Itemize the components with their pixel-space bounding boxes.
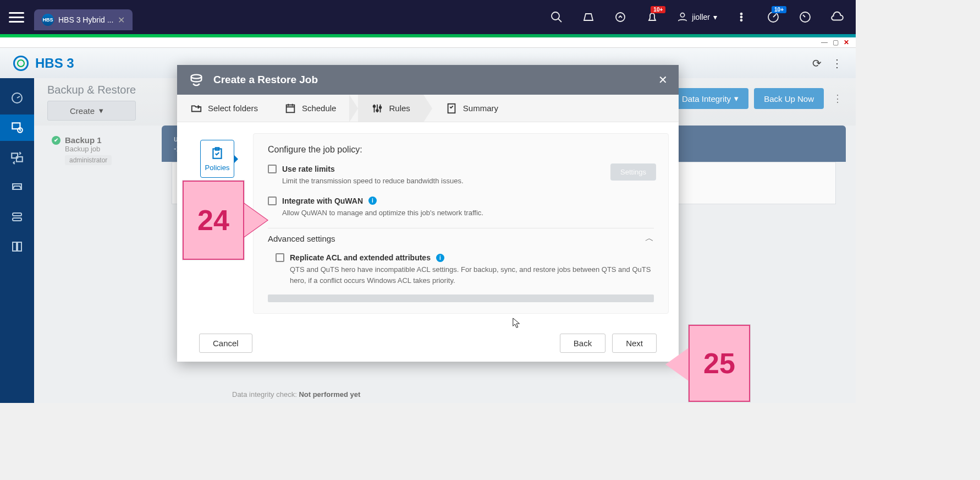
user-caret-icon: ▾ xyxy=(713,13,717,21)
job-type: Backup job xyxy=(65,145,154,153)
acl-checkbox[interactable] xyxy=(276,253,284,262)
cloud-icon[interactable] xyxy=(829,9,845,25)
svg-rect-16 xyxy=(13,218,21,221)
rail-storage[interactable] xyxy=(0,174,34,200)
svg-rect-20 xyxy=(287,105,295,112)
window-tab[interactable]: HBS HBS 3 Hybrid ... ✕ xyxy=(34,9,133,30)
quwan-label: Integrate with QuWAN xyxy=(282,197,363,205)
modal-header: Create a Restore Job ✕ xyxy=(177,65,679,95)
svg-rect-17 xyxy=(13,242,16,251)
app-more-icon[interactable]: ⋮ xyxy=(832,57,843,70)
cursor-icon xyxy=(512,317,522,329)
notifications-bell-icon[interactable]: 10+ xyxy=(645,9,660,25)
svg-point-6 xyxy=(740,19,742,21)
window-close-icon[interactable]: ✕ xyxy=(843,39,850,46)
step-rules[interactable]: Rules xyxy=(358,95,423,122)
job-user: administrator xyxy=(65,155,112,165)
acl-label: Replicate ACL and extended attributes xyxy=(290,253,431,262)
system-top-bar: HBS HBS 3 Hybrid ... ✕ 10+ jioller ▾ 10+ xyxy=(0,0,856,34)
rate-limit-desc: Limit the transmission speed to reduce b… xyxy=(282,176,654,187)
restore-job-modal: Create a Restore Job ✕ Select folders Sc… xyxy=(177,65,679,362)
rail-overview[interactable] xyxy=(0,85,34,111)
svg-point-21 xyxy=(373,105,376,107)
section-more-icon[interactable]: ⋮ xyxy=(829,88,846,109)
info-icon[interactable]: i xyxy=(436,254,444,262)
step-schedule[interactable]: Schedule xyxy=(271,95,350,122)
step-sep-icon xyxy=(423,95,432,122)
quwan-desc: Allow QuWAN to manage and optimize this … xyxy=(282,208,654,219)
back-button[interactable]: Back xyxy=(560,334,605,353)
search-icon[interactable] xyxy=(549,9,564,25)
rate-limit-checkbox[interactable] xyxy=(268,165,277,173)
nav-rail xyxy=(0,78,34,403)
side-tab-options[interactable]: Options xyxy=(201,194,234,231)
step-summary[interactable]: Summary xyxy=(432,95,511,122)
notif-badge: 10+ xyxy=(651,6,665,13)
advanced-title: Advanced settings xyxy=(268,234,335,243)
section-title: Backup & Restore xyxy=(47,84,136,96)
rate-settings-button: Settings xyxy=(610,163,656,181)
window-minimize-icon[interactable]: — xyxy=(821,39,828,46)
tab-title: HBS 3 Hybrid ... xyxy=(58,15,113,24)
svg-point-23 xyxy=(379,106,382,108)
app-name: HBS 3 xyxy=(35,56,74,71)
step-select-folders[interactable]: Select folders xyxy=(177,95,271,122)
policy-heading: Configure the job policy: xyxy=(268,145,654,155)
hbs-app-icon: HBS xyxy=(42,14,54,26)
step-sep-icon xyxy=(349,95,358,122)
modal-title: Create a Restore Job xyxy=(213,74,318,86)
svg-point-26 xyxy=(216,205,219,209)
side-tab-policies[interactable]: Policies xyxy=(200,140,235,178)
policy-form: Configure the job policy: Use rate limit… xyxy=(253,133,669,314)
integrity-status: Data integrity check: Not performed yet xyxy=(232,390,360,399)
svg-point-4 xyxy=(740,13,742,15)
cancel-button[interactable]: Cancel xyxy=(199,334,252,353)
rail-servers[interactable] xyxy=(0,204,34,230)
refresh-icon[interactable]: ⟳ xyxy=(812,57,822,70)
acl-desc: QTS and QuTS hero have incompatible ACL … xyxy=(290,264,654,286)
svg-rect-15 xyxy=(13,213,21,216)
create-dropdown[interactable]: Create▾ xyxy=(47,101,136,121)
restore-icon xyxy=(188,72,205,88)
data-integrity-button[interactable]: Data Integrity▾ xyxy=(672,88,748,109)
cloud-sync-icon[interactable] xyxy=(613,9,628,25)
chevron-up-icon: ︿ xyxy=(645,233,654,244)
volumes-icon[interactable] xyxy=(581,9,596,25)
chevron-down-icon: ▾ xyxy=(99,106,103,116)
svg-point-19 xyxy=(191,75,202,79)
status-ok-icon: ✔ xyxy=(52,136,60,145)
dashboard-speed-icon[interactable]: 10+ xyxy=(766,9,781,25)
rail-sync[interactable] xyxy=(0,144,34,171)
rail-backup-restore[interactable] xyxy=(0,114,34,141)
scrollbar[interactable] xyxy=(268,294,654,302)
next-button[interactable]: Next xyxy=(612,334,657,353)
user-name: jioller xyxy=(692,13,710,21)
user-menu[interactable]: jioller ▾ xyxy=(676,11,717,23)
chevron-down-icon: ▾ xyxy=(734,94,739,103)
rules-side-tabs: Policies Options xyxy=(187,133,247,314)
close-tab-icon[interactable]: ✕ xyxy=(118,15,125,25)
advanced-toggle[interactable]: Advanced settings ︿ xyxy=(268,228,654,249)
svg-rect-18 xyxy=(18,242,21,251)
svg-point-22 xyxy=(377,109,379,111)
modal-footer: Cancel Back Next xyxy=(177,325,679,362)
hbs-logo-icon xyxy=(13,56,29,71)
job-list: ✔Backup 1 Backup job administrator xyxy=(44,126,162,204)
more-vert-icon[interactable] xyxy=(734,9,749,25)
rail-logs[interactable] xyxy=(0,233,34,260)
svg-point-2 xyxy=(616,13,625,21)
svg-point-0 xyxy=(552,12,559,20)
job-item[interactable]: ✔Backup 1 Backup job administrator xyxy=(44,131,162,170)
menu-hamburger-icon[interactable] xyxy=(9,12,24,23)
speed-badge: 10+ xyxy=(772,6,786,13)
svg-rect-24 xyxy=(448,103,455,113)
quwan-checkbox[interactable] xyxy=(268,197,277,205)
svg-line-1 xyxy=(558,19,561,22)
svg-point-5 xyxy=(740,16,742,18)
window-maximize-icon[interactable]: ▢ xyxy=(832,39,839,46)
gauge-icon[interactable] xyxy=(797,9,813,25)
backup-now-button[interactable]: Back Up Now xyxy=(754,88,824,109)
modal-close-icon[interactable]: ✕ xyxy=(658,73,668,86)
wizard-steps: Select folders Schedule Rules Summary xyxy=(177,95,679,122)
info-icon[interactable]: i xyxy=(368,197,377,205)
